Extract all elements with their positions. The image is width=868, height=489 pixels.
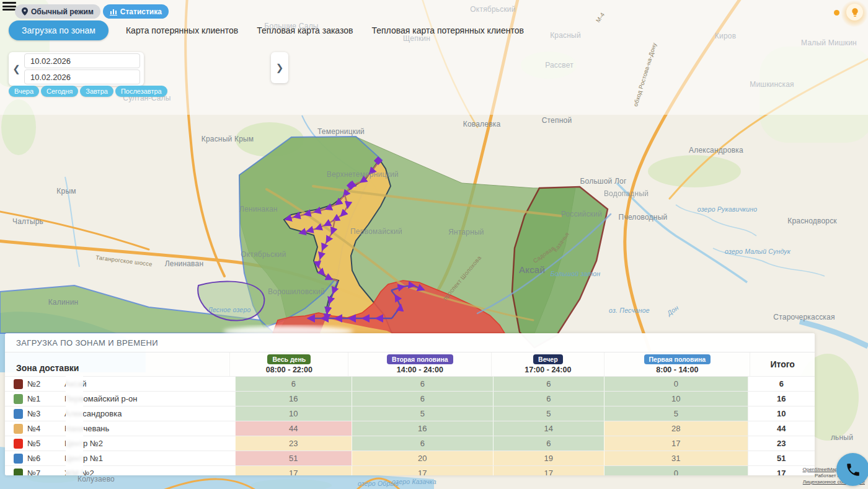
load-value: 5 [604,406,748,421]
load-value: 31 [604,451,748,465]
period-time-range: 8:00 - 14:00 [656,366,698,374]
quick-pill-0[interactable]: Вчера [9,86,39,97]
zone-cell: №4Нахичевань [5,421,235,436]
table-header: Зона доставки Весь день08:00 - 22:00Втор… [5,352,815,376]
table-row[interactable]: №5Центр №223661723 [5,436,815,451]
load-value: 10 [235,406,352,421]
zone-name: Аксай [64,379,87,388]
load-value: 6 [493,377,604,391]
tab-2[interactable]: Тепловая карта заказов [255,20,354,40]
zone-name: Первомайский р-он [64,394,138,403]
load-value: 6 [352,436,493,451]
statistics-button[interactable]: Статистика [103,4,169,19]
app-stage: ОктябрьскийЩепкинКрасныйКировМалый Мишки… [0,0,868,489]
zone-color-swatch [14,469,23,476]
statistics-label: Статистика [120,7,162,16]
lightbulb-icon [850,7,860,17]
period-badge: Весь день [267,354,311,364]
period-time-range: 08:00 - 22:00 [266,366,312,374]
load-value: 5 [493,406,604,421]
load-value: 6 [493,436,604,451]
date-from-input[interactable] [24,53,140,68]
tab-1[interactable]: Карта потерянных клиентов [125,20,239,40]
zone-name: Центр №1 [64,454,103,463]
load-value: 10 [604,392,748,406]
view-tabs: Загрузка по зонамКарта потерянных клиент… [9,20,525,40]
zone-total: 51 [748,451,815,465]
hint-bulb-button[interactable] [841,0,868,27]
load-value: 44 [235,421,352,436]
zone-cell: №7ЖМ №2 [5,466,235,475]
zone-number: №2 [27,379,43,388]
zone-number: №1 [27,394,43,403]
zone-total: 16 [748,392,815,406]
period-time-range: 14:00 - 24:00 [397,366,443,374]
load-value: 6 [493,392,604,406]
zone-color-swatch [14,394,23,404]
zone-total: 6 [748,377,815,391]
tab-3[interactable]: Тепловая карта потерянных клиентов [370,20,525,40]
load-value: 16 [235,392,352,406]
table-row[interactable]: №7ЖМ №2171717017 [5,465,815,475]
phone-icon [845,462,861,478]
zone-column-header: Зона доставки [5,352,229,376]
call-button[interactable] [836,453,868,486]
tab-0[interactable]: Загрузка по зонам [9,20,108,40]
zone-color-swatch [14,439,23,449]
load-value: 51 [235,451,352,465]
table-row[interactable]: №3Александровка1055510 [5,406,815,421]
time-column-header-2: Вечер17:00 - 24:00 [491,352,604,376]
load-value: 17 [235,466,352,475]
table-row[interactable]: №6Центр №15120193151 [5,451,815,465]
load-value: 16 [352,421,493,436]
table-row[interactable]: №4Нахичевань4416142844 [5,421,815,436]
table-row[interactable]: №2Аксай66606 [5,376,815,391]
load-value: 5 [352,406,493,421]
load-value: 20 [352,451,493,465]
zone-cell: №3Александровка [5,406,235,421]
zone-total: 23 [748,436,815,451]
notification-dot [834,10,839,16]
time-column-header-0: Весь день08:00 - 22:00 [229,352,348,376]
zone-name: Александровка [64,409,122,418]
period-badge: Вторая половина [387,354,453,364]
zone-number: №7 [27,469,43,475]
zone-cell: №5Центр №2 [5,436,235,451]
zone-name: Нахичевань [64,424,109,433]
load-value: 0 [604,377,748,391]
period-time-range: 17:00 - 24:00 [525,366,571,374]
next-day-button[interactable]: ❯ [271,52,288,83]
prev-day-button[interactable]: ❮ [9,52,24,86]
load-by-zones-panel: ЗАГРУЗКА ПО ЗОНАМ И ВРЕМЕНИ Зона доставк… [5,333,815,475]
zone-number: №6 [27,454,43,463]
zone-name: ЖМ №2 [64,469,94,475]
load-value: 6 [352,392,493,406]
time-column-header-1: Вторая половина14:00 - 24:00 [348,352,491,376]
bar-chart-icon [110,8,117,16]
table-row[interactable]: №1Первомайский р-он16661016 [5,391,815,406]
load-value: 19 [493,451,604,465]
normal-mode-button[interactable]: Обычный режим [15,4,100,19]
load-value: 6 [352,377,493,391]
date-to-input[interactable] [24,70,140,84]
zone-number: №3 [27,409,43,418]
mode-toolbar: Обычный режим Статистика [15,4,169,19]
period-badge: Вечер [533,354,563,364]
quick-pill-1[interactable]: Сегодня [41,86,78,97]
zone-color-swatch [14,424,23,434]
zone-cell: №2Аксай [5,377,235,391]
zone-name: Центр №2 [64,439,103,448]
time-column-headers: Весь день08:00 - 22:00Вторая половина14:… [229,352,750,376]
zone-number: №5 [27,439,43,448]
zone-cell: №1Первомайский р-он [5,392,235,406]
load-value: 14 [493,421,604,436]
zone-color-swatch [14,379,23,389]
quick-pill-3[interactable]: Послезавтра [115,86,167,97]
zone-number: №4 [27,424,43,433]
menu-hamburger-icon[interactable] [2,2,16,12]
period-badge: Первая половина [644,354,711,364]
panel-title: ЗАГРУЗКА ПО ЗОНАМ И ВРЕМЕНИ [5,333,815,352]
load-value: 17 [352,466,493,475]
zone-color-swatch [14,409,23,419]
quick-pill-2[interactable]: Завтра [80,86,113,97]
